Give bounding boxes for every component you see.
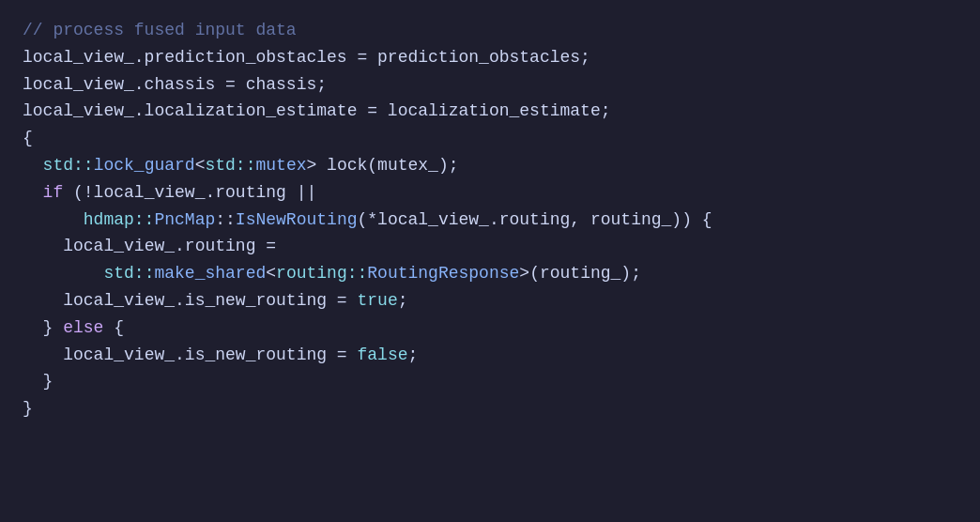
plain-token: <	[195, 152, 206, 179]
plain-token: <	[266, 260, 276, 287]
plain-token: local_view_.routing =	[63, 233, 276, 260]
method-token: mutex	[255, 152, 306, 179]
code-line: local_view_.routing =	[23, 233, 957, 260]
plain-token: }	[43, 368, 54, 395]
code-line: std::make_shared<routing::RoutingRespons…	[23, 260, 957, 287]
namespace-token: routing::	[276, 260, 367, 287]
method-token: IsNewRouting	[236, 207, 358, 234]
namespace-token: std::	[103, 260, 154, 287]
comment-token: // process fused input data	[23, 17, 297, 44]
plain-token: (*local_view_.routing, routing_)) {	[357, 207, 712, 234]
plain-token: ;	[398, 287, 408, 315]
code-line: // process fused input data	[23, 17, 957, 44]
plain-token: {	[103, 315, 124, 342]
plain-token: local_view_.chassis = chassis;	[23, 71, 327, 99]
plain-token: ::	[215, 207, 236, 234]
method-token: lock_guard	[94, 152, 195, 179]
namespace-token: std::	[43, 152, 94, 179]
code-line: local_view_.is_new_routing = true;	[23, 287, 957, 315]
boolean-false-token: false	[357, 342, 407, 369]
code-line: local_view_.localization_estimate = loca…	[23, 98, 957, 125]
namespace-token: hdmap::	[84, 207, 155, 234]
method-token: RoutingResponse	[367, 260, 519, 287]
plain-token: (!local_view_.routing ||	[63, 179, 316, 207]
code-line: } else {	[23, 315, 957, 342]
plain-token: }	[43, 315, 64, 342]
code-line: {	[23, 125, 957, 152]
boolean-true-token: true	[357, 287, 397, 315]
code-line: std::lock_guard<std::mutex> lock(mutex_)…	[23, 152, 957, 179]
method-token: make_shared	[154, 260, 266, 287]
plain-token: }	[23, 395, 33, 422]
keyword-token: else	[63, 315, 103, 342]
keyword-token: if	[43, 179, 64, 207]
code-line: local_view_.chassis = chassis;	[23, 71, 957, 99]
plain-token: {	[23, 125, 33, 152]
code-line: local_view_.is_new_routing = false;	[23, 342, 957, 369]
code-line: }	[23, 395, 957, 422]
plain-token: local_view_.is_new_routing =	[63, 287, 357, 315]
plain-token: >(routing_);	[519, 260, 641, 287]
code-line: local_view_.prediction_obstacles = predi…	[23, 44, 957, 71]
plain-token: local_view_.is_new_routing =	[63, 342, 357, 369]
code-editor: // process fused input datalocal_view_.p…	[0, 0, 980, 522]
plain-token: > lock(mutex_);	[307, 152, 459, 179]
code-line: }	[23, 368, 957, 395]
method-token: PncMap	[154, 207, 215, 234]
plain-token: local_view_.localization_estimate = loca…	[23, 98, 611, 125]
code-line: hdmap::PncMap::IsNewRouting(*local_view_…	[23, 207, 957, 234]
code-line: if (!local_view_.routing ||	[23, 179, 957, 207]
plain-token: ;	[408, 342, 419, 369]
namespace-token: std::	[205, 152, 255, 179]
plain-token: local_view_.prediction_obstacles = predi…	[23, 44, 590, 71]
